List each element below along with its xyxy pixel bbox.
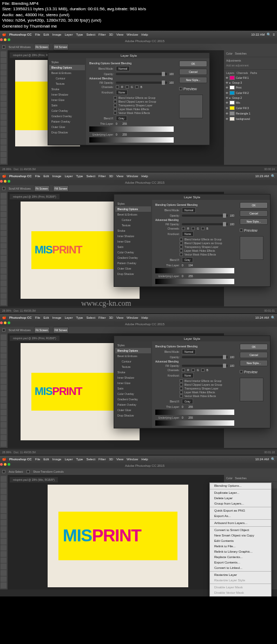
- style-texture[interactable]: Texture: [49, 81, 85, 86]
- chk-layermask[interactable]: [114, 108, 117, 111]
- fill-button[interactable]: Fill Screen: [53, 185, 69, 192]
- menu-view[interactable]: View: [116, 316, 123, 319]
- menu-select[interactable]: Select: [86, 316, 95, 319]
- menu-edit[interactable]: Edit: [43, 316, 49, 319]
- tool[interactable]: [1, 514, 6, 520]
- layer-row[interactable]: 👁Color Fill 2: [225, 90, 276, 96]
- scroll-checkbox[interactable]: [2, 45, 5, 49]
- style-innerglow[interactable]: Inner Glow: [115, 239, 151, 244]
- ctx-convertlinked[interactable]: Convert to Linked...: [210, 565, 271, 571]
- style-gradientoverlay[interactable]: Gradient Overlay: [49, 113, 85, 119]
- menu-image[interactable]: Image: [52, 458, 62, 461]
- tool[interactable]: [1, 476, 6, 482]
- menu-help[interactable]: Help: [141, 316, 148, 319]
- adjustments-tab[interactable]: Adjustments: [225, 58, 276, 63]
- style-stroke[interactable]: Stroke: [115, 370, 151, 375]
- menu-window[interactable]: Window: [127, 175, 138, 178]
- tool[interactable]: [1, 359, 6, 365]
- marquee-tool[interactable]: [1, 58, 6, 64]
- minimize-icon[interactable]: [4, 321, 6, 324]
- style-blending[interactable]: Blending Options: [49, 65, 85, 70]
- menu-edit[interactable]: Edit: [43, 175, 49, 178]
- ch-g[interactable]: [192, 368, 195, 372]
- fillopacity-slider[interactable]: [116, 82, 167, 84]
- ok-button[interactable]: OK: [240, 202, 268, 209]
- tool[interactable]: [1, 526, 6, 532]
- style-satin[interactable]: Satin: [115, 386, 151, 391]
- dodge-tool[interactable]: [1, 133, 6, 139]
- ctx-delete[interactable]: Delete Layer: [210, 495, 271, 501]
- tool[interactable]: [1, 218, 6, 224]
- apple-icon[interactable]: 🍎: [2, 32, 6, 36]
- underlying-slider[interactable]: [155, 420, 234, 426]
- menu-select[interactable]: Select: [86, 175, 95, 178]
- tool[interactable]: [1, 422, 6, 428]
- close-icon[interactable]: [0, 180, 3, 183]
- fit-button[interactable]: Fit Screen: [34, 327, 50, 333]
- gradient-tool[interactable]: [1, 120, 6, 126]
- style-patternoverlay[interactable]: Pattern Overlay: [115, 260, 151, 266]
- zoom-icon[interactable]: [8, 321, 10, 324]
- tool[interactable]: [1, 532, 6, 538]
- style-outerglow[interactable]: Outer Glow: [115, 407, 151, 413]
- layer-row[interactable]: 👁▸Group 3: [225, 81, 276, 85]
- search-icon[interactable]: 🔍: [271, 316, 275, 319]
- menu-filter[interactable]: Filter: [98, 175, 105, 178]
- shape-tool[interactable]: [1, 158, 6, 164]
- tool[interactable]: [1, 551, 6, 557]
- style-blending[interactable]: Blending Options: [115, 206, 151, 212]
- menu-image[interactable]: Image: [52, 175, 62, 178]
- chk[interactable]: [180, 379, 183, 383]
- zoom-icon[interactable]: [8, 180, 10, 183]
- tool[interactable]: [1, 520, 6, 526]
- thislayer-slider[interactable]: [155, 268, 234, 273]
- tool[interactable]: [1, 293, 6, 299]
- tool[interactable]: [1, 341, 6, 347]
- tool[interactable]: [1, 199, 6, 205]
- chk[interactable]: [180, 238, 183, 241]
- chk[interactable]: [180, 253, 183, 256]
- tool[interactable]: [1, 410, 6, 415]
- minimize-icon[interactable]: [4, 463, 6, 466]
- tool[interactable]: [1, 558, 6, 564]
- type-tool[interactable]: [1, 145, 6, 151]
- tool[interactable]: [1, 334, 6, 340]
- style-innerglow[interactable]: Inner Glow: [49, 97, 85, 103]
- style-innershadow[interactable]: Inner Shadow: [115, 233, 151, 239]
- style-bevel[interactable]: Bevel & Emboss: [115, 353, 151, 359]
- search-icon[interactable]: 🔍: [271, 457, 275, 461]
- apple-icon[interactable]: 🍎: [2, 457, 6, 461]
- tool[interactable]: [1, 274, 6, 280]
- layer-row[interactable]: 👁background: [225, 116, 276, 122]
- tool[interactable]: [1, 243, 6, 249]
- tool[interactable]: [1, 366, 6, 372]
- style-contour[interactable]: Contour: [115, 217, 151, 223]
- transform-checkbox[interactable]: [27, 470, 30, 473]
- tool[interactable]: [1, 205, 6, 211]
- close-icon[interactable]: [0, 321, 3, 324]
- tool[interactable]: [1, 372, 6, 378]
- style-dropshadow[interactable]: Drop Shadow: [115, 413, 151, 418]
- layer-row[interactable]: 👁Print: [225, 85, 276, 90]
- ch-r[interactable]: [182, 368, 185, 372]
- style-stroke[interactable]: Stroke: [115, 228, 151, 233]
- blendif-select[interactable]: Gray: [116, 116, 127, 121]
- thislayer-slider[interactable]: [89, 126, 174, 132]
- tool[interactable]: [1, 268, 6, 274]
- menu-edit[interactable]: Edit: [43, 458, 49, 461]
- style-coloroverlay[interactable]: Color Overlay: [115, 250, 151, 255]
- document-tab[interactable]: misprint.psd @ 29% (Print, RGB/8*): [10, 336, 60, 341]
- tool[interactable]: [1, 353, 6, 359]
- ch-b[interactable]: [201, 227, 205, 230]
- style-innerglow[interactable]: Inner Glow: [115, 380, 151, 386]
- fill-button[interactable]: Fill Screen: [53, 44, 69, 50]
- ctx-blending[interactable]: Blending Options...: [210, 483, 271, 488]
- chk[interactable]: [180, 394, 183, 398]
- chk-interior[interactable]: [114, 96, 117, 99]
- tool[interactable]: [1, 545, 6, 551]
- ch-b[interactable]: [201, 368, 205, 372]
- newstyle-button[interactable]: New Style...: [240, 360, 268, 366]
- menu-view[interactable]: View: [116, 458, 123, 461]
- tool[interactable]: [1, 249, 6, 255]
- app-name[interactable]: Photoshop CC: [9, 458, 32, 461]
